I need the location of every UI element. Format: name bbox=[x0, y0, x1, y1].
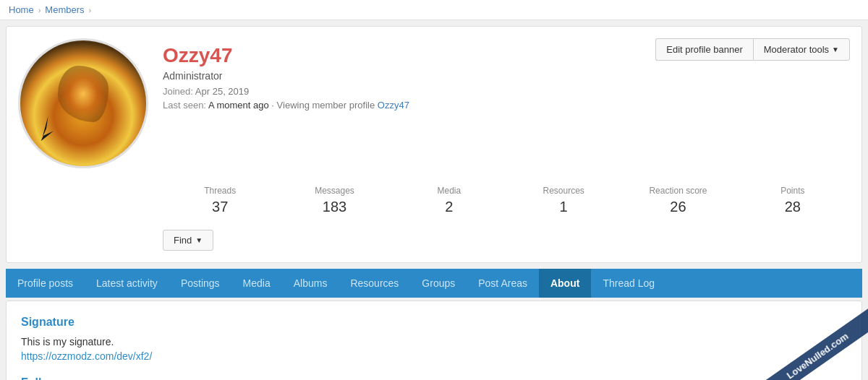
moderator-tools-label: Moderator tools bbox=[764, 44, 829, 55]
find-button[interactable]: Find ▼ bbox=[163, 230, 213, 251]
tab-profile-posts[interactable]: Profile posts bbox=[6, 269, 85, 298]
stat-item: Threads 37 bbox=[163, 180, 277, 221]
stat-label: Media bbox=[392, 186, 506, 196]
find-row: Find ▼ bbox=[7, 221, 861, 262]
stat-item: Reaction score 26 bbox=[621, 180, 735, 221]
tab-about[interactable]: About bbox=[539, 269, 591, 298]
profile-last-seen: Last seen: A moment ago · Viewing member… bbox=[163, 100, 850, 111]
find-chevron-icon: ▼ bbox=[195, 236, 203, 244]
stat-label: Messages bbox=[277, 186, 391, 196]
profile-joined: Joined: Apr 25, 2019 bbox=[163, 86, 850, 97]
profile-card: Ozzy47 Administrator Joined: Apr 25, 201… bbox=[6, 26, 862, 263]
stat-value: 26 bbox=[621, 199, 735, 215]
tab-post-areas[interactable]: Post Areas bbox=[467, 269, 539, 298]
stat-value: 2 bbox=[392, 199, 506, 215]
stat-label: Reaction score bbox=[621, 186, 735, 196]
joined-label: Joined: bbox=[163, 86, 193, 97]
stat-item: Resources 1 bbox=[506, 180, 621, 221]
last-seen-action: · Viewing member profile bbox=[271, 100, 375, 111]
tab-latest-activity[interactable]: Latest activity bbox=[85, 269, 169, 298]
stat-item: Media 2 bbox=[392, 180, 506, 221]
moderator-tools-button[interactable]: Moderator tools ▼ bbox=[753, 38, 850, 61]
tab-groups[interactable]: Groups bbox=[410, 269, 467, 298]
stat-value: 183 bbox=[277, 199, 391, 215]
last-seen-label: Last seen: bbox=[163, 100, 206, 111]
tab-postings[interactable]: Postings bbox=[169, 269, 231, 298]
stat-value: 28 bbox=[736, 199, 850, 215]
chevron-down-icon: ▼ bbox=[832, 46, 839, 53]
breadcrumb-sep-1: › bbox=[38, 6, 41, 14]
breadcrumb-home[interactable]: Home bbox=[9, 4, 34, 15]
tab-albums[interactable]: Albums bbox=[282, 269, 339, 298]
signature-text: This is my signature. bbox=[21, 336, 847, 347]
breadcrumb: Home › Members › bbox=[0, 0, 868, 20]
profile-role: Administrator bbox=[163, 70, 850, 82]
edit-banner-button[interactable]: Edit profile banner bbox=[655, 38, 753, 61]
joined-date-val: Apr 25, 2019 bbox=[195, 86, 249, 97]
stat-label: Resources bbox=[506, 186, 621, 196]
last-seen-link[interactable]: Ozzy47 bbox=[378, 100, 409, 111]
tab-media[interactable]: Media bbox=[231, 269, 282, 298]
profile-tabs: Profile postsLatest activityPostingsMedi… bbox=[6, 269, 862, 298]
tab-thread-log[interactable]: Thread Log bbox=[591, 269, 666, 298]
stat-label: Threads bbox=[163, 186, 277, 196]
signature-link[interactable]: https://ozzmodz.com/dev/xf2/ bbox=[21, 350, 152, 362]
stat-item: Points 28 bbox=[736, 180, 850, 221]
followers-title: Followers bbox=[21, 376, 847, 380]
stat-value: 37 bbox=[163, 199, 277, 215]
content-area: Signature This is my signature. https://… bbox=[6, 301, 862, 380]
stat-value: 1 bbox=[506, 199, 621, 215]
tab-resources[interactable]: Resources bbox=[339, 269, 410, 298]
stat-label: Points bbox=[736, 186, 850, 196]
last-seen-value: A moment ago bbox=[208, 100, 269, 111]
breadcrumb-sep-2: › bbox=[89, 6, 92, 14]
profile-header: Ozzy47 Administrator Joined: Apr 25, 201… bbox=[7, 27, 861, 168]
avatar bbox=[18, 38, 148, 168]
stat-item: Messages 183 bbox=[277, 180, 391, 221]
followers-section: Followers HFG bbox=[21, 376, 847, 380]
stats-row: Threads 37 Messages 183 Media 2 Resource… bbox=[7, 168, 861, 221]
breadcrumb-members[interactable]: Members bbox=[45, 4, 84, 15]
avatar-image bbox=[20, 40, 146, 166]
signature-title: Signature bbox=[21, 316, 847, 329]
profile-actions: Edit profile banner Moderator tools ▼ bbox=[655, 38, 850, 61]
find-label: Find bbox=[174, 235, 192, 246]
